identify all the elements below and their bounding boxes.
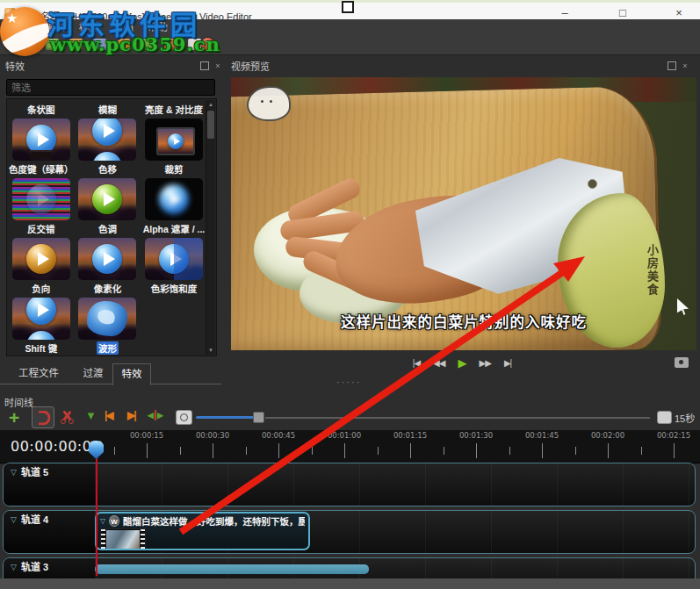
play-button[interactable]: ▶ <box>458 357 466 370</box>
track-name: 轨道 5 <box>21 467 48 478</box>
effect-label[interactable]: 负向 <box>30 282 52 295</box>
track-4[interactable]: ▽轨道 4▽W醋熘白菜这样做，好吃到爆，还特别下饭，厨房... <box>3 510 696 554</box>
zoom-slider-track[interactable] <box>265 417 650 419</box>
open-project-icon[interactable] <box>69 39 83 50</box>
snapshot-camera-icon[interactable] <box>675 357 689 368</box>
effects-cell: 像素化 <box>75 282 141 295</box>
scroll-down-icon[interactable]: ▼ <box>206 346 215 355</box>
next-marker-button[interactable]: ▶| <box>127 409 135 421</box>
ruler-tick <box>278 443 279 458</box>
effect-label[interactable]: 裁剪 <box>162 162 184 176</box>
scrollbar-thumb[interactable] <box>207 111 214 139</box>
ruler-tick <box>641 447 642 455</box>
ruler-time-label: 00:02:00 <box>591 431 624 440</box>
effect-thumb[interactable] <box>145 178 203 220</box>
play-icon <box>26 331 56 340</box>
effect-label[interactable]: 色彩饱和度 <box>149 282 199 295</box>
tab-过渡[interactable]: 过渡 <box>76 363 111 384</box>
tab-工程文件[interactable]: 工程文件 <box>5 363 72 384</box>
close-panel-icon[interactable]: × <box>213 61 222 70</box>
ruler-tick <box>147 443 148 458</box>
new-project-icon[interactable] <box>46 39 59 50</box>
clip-menu-icon[interactable]: ▽ <box>100 517 105 525</box>
effects-panel-title: 特效 <box>5 59 25 73</box>
scroll-up-icon[interactable]: ▲ <box>206 100 215 109</box>
effect-thumb[interactable] <box>12 119 70 161</box>
effects-grid: 条状图模糊亮度 & 对比度色度键（绿幕）色移裁剪反交错色调Alpha 遮罩 / … <box>8 101 207 355</box>
menu-item-1[interactable]: 编辑 <box>38 19 72 35</box>
effect-label[interactable]: 波形 <box>97 341 119 355</box>
close-panel-icon[interactable]: × <box>681 61 689 70</box>
effect-thumb[interactable] <box>78 298 136 340</box>
effect-thumb[interactable] <box>78 119 136 161</box>
timeline-horizontal-scrollbar[interactable] <box>95 564 369 574</box>
effect-thumb[interactable] <box>12 298 70 340</box>
zoom-fit-button[interactable] <box>657 411 672 424</box>
effect-label[interactable]: Shift 键 <box>23 341 59 355</box>
ruler-tick <box>344 443 345 458</box>
effect-label[interactable]: 亮度 & 对比度 <box>143 103 205 116</box>
menu-item-4[interactable]: 帮助 <box>141 19 175 35</box>
effect-label[interactable]: 条状图 <box>25 103 57 116</box>
add-marker-button[interactable]: ▼ <box>85 409 97 422</box>
app-icon <box>4 8 16 19</box>
zoom-timeline-button[interactable] <box>176 410 192 425</box>
menu-item-0[interactable]: 文件 <box>4 19 38 35</box>
jump-to-end-button[interactable]: ▶| <box>504 357 511 370</box>
ruler-tick <box>674 443 675 458</box>
add-track-button[interactable]: + <box>9 407 19 428</box>
effect-thumb[interactable] <box>145 119 203 161</box>
effects-filter-input[interactable] <box>6 79 215 96</box>
menu-item-2[interactable]: 标题 <box>72 19 106 35</box>
collapse-track-icon[interactable]: ▽ <box>11 562 17 573</box>
effects-cell <box>141 119 207 161</box>
page-checkbox-marker <box>342 1 354 13</box>
collapse-track-icon[interactable]: ▽ <box>11 514 17 526</box>
float-panel-icon[interactable] <box>668 61 676 70</box>
effect-label[interactable]: 色度键（绿幕） <box>7 162 76 176</box>
play-icon <box>26 244 56 274</box>
jump-to-start-button[interactable]: |◀ <box>413 357 420 370</box>
tab-特效[interactable]: 特效 <box>112 363 151 385</box>
track-5[interactable]: ▽轨道 5 <box>3 463 696 506</box>
effects-cell <box>8 178 75 220</box>
choose-profile-icon[interactable] <box>188 39 201 50</box>
center-playhead-button[interactable]: ◀▶ <box>148 410 163 420</box>
effect-label[interactable]: 模糊 <box>97 103 119 116</box>
previous-marker-button[interactable]: |◀ <box>105 409 112 421</box>
export-video-button[interactable] <box>201 38 214 51</box>
menu-item-3[interactable]: 视图 <box>106 19 141 35</box>
collapse-track-icon[interactable]: ▽ <box>11 467 17 478</box>
rewind-button[interactable]: ◀◀ <box>433 357 444 370</box>
splitter-handle[interactable]: ····· <box>336 377 361 387</box>
effect-thumb[interactable] <box>12 238 70 280</box>
effect-thumb[interactable] <box>78 238 136 280</box>
effect-thumb[interactable] <box>145 238 203 280</box>
video-preview[interactable]: 小房美食 这样片出来的白菜片特别的入味好吃 <box>231 77 696 350</box>
effect-label[interactable]: Alpha 遮罩 / ... <box>141 222 207 235</box>
razor-tool-button[interactable] <box>59 409 75 424</box>
effect-label[interactable]: 色移 <box>97 162 119 176</box>
import-files-icon[interactable] <box>164 39 177 50</box>
effect-label[interactable]: 反交错 <box>25 222 57 235</box>
timeline-clip[interactable]: ▽W醋熘白菜这样做，好吃到爆，还特别下饭，厨房... <box>95 512 310 550</box>
save-project-icon[interactable] <box>93 39 106 50</box>
wave-play-icon <box>87 301 127 336</box>
zoom-slider-track-active[interactable] <box>196 416 254 419</box>
zoom-slider-handle[interactable] <box>253 412 264 423</box>
effects-scrollbar[interactable]: ▲ ▼ <box>206 100 215 355</box>
float-panel-icon[interactable] <box>200 61 209 70</box>
stamp-eye <box>261 100 263 103</box>
fast-forward-button[interactable]: ▶▶ <box>480 357 491 370</box>
snap-toggle-button[interactable] <box>32 406 54 428</box>
effect-thumb[interactable] <box>78 178 136 220</box>
effect-thumb[interactable] <box>12 178 70 220</box>
effect-label[interactable]: 色调 <box>97 222 119 235</box>
effects-cell <box>75 298 141 340</box>
redo-icon[interactable] <box>141 39 154 50</box>
track-body[interactable] <box>96 463 695 506</box>
undo-icon[interactable] <box>117 39 130 50</box>
ruler-time-label: 00:00:15 <box>130 431 163 440</box>
effect-label[interactable]: 像素化 <box>92 282 124 295</box>
timeline-ruler[interactable]: 00:00:00:01 00:00:1500:00:3000:00:4500:0… <box>0 430 700 463</box>
